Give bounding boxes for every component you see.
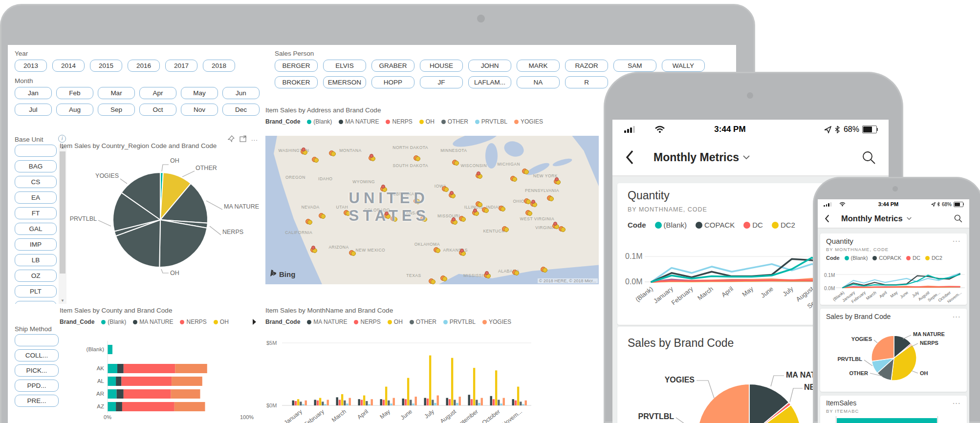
back-icon[interactable] — [625, 150, 634, 165]
slicer-option-laflam-[interactable]: LAFLAM... — [468, 76, 511, 88]
legend-label: DC — [752, 221, 763, 229]
legend-item-prvtlbl[interactable]: PRVTLBL — [475, 118, 507, 125]
slicer-option-bag[interactable]: BAG — [15, 160, 57, 172]
phone-quantity-line-chart[interactable]: 0.1M0.0M(Blank)JanuaryFebruaryMarchApril… — [823, 264, 965, 304]
slicer-option-jun[interactable]: Jun — [222, 87, 260, 99]
slicer-option-dec[interactable]: Dec — [222, 104, 260, 116]
slicer-option-gal[interactable]: GAL — [15, 223, 57, 235]
slicer-option-plt[interactable]: PLT — [15, 285, 57, 297]
legend-item--blank-[interactable]: (Blank) — [655, 221, 687, 229]
legend-item--blank-[interactable]: (Blank) — [101, 318, 126, 325]
focus-mode-icon[interactable] — [240, 135, 246, 142]
slicer-option-apr[interactable]: Apr — [139, 87, 176, 99]
phone-report-title[interactable]: Monthly Metrics — [841, 214, 912, 223]
slicer-option-2018[interactable]: 2018 — [203, 60, 235, 72]
slicer-option-oz[interactable]: OZ — [15, 270, 57, 282]
slicer-option-ppd-[interactable]: PPD... — [15, 380, 59, 392]
slicer-option-razor[interactable]: RAZOR — [565, 60, 608, 72]
legend-item-ma-nature[interactable]: MA NATURE — [133, 318, 173, 325]
legend-item-dc2[interactable]: DC2 — [925, 255, 942, 261]
slicer-option-graber[interactable]: GRABER — [371, 60, 414, 72]
slicer-option-lb[interactable]: LB — [15, 254, 57, 266]
legend-item-yogies[interactable]: YOGIES — [482, 318, 511, 325]
legend-item-ma-nature[interactable]: MA NATURE — [339, 118, 379, 125]
slicer-option-jan[interactable]: Jan — [15, 87, 52, 99]
slicer-option-elvis[interactable]: ELVIS — [323, 60, 366, 72]
phone-sales-card[interactable]: Sales by Brand Code ... MA NATURENERPSOH… — [820, 309, 967, 392]
slicer-option-house[interactable]: HOUSE — [420, 60, 463, 72]
slicer-option-jul[interactable]: Jul — [15, 104, 52, 116]
slicer-option-broker[interactable]: BROKER — [275, 76, 318, 88]
slicer-option-2013[interactable]: 2013 — [15, 60, 47, 72]
slicer-option-pre-[interactable]: PRE... — [15, 395, 59, 407]
legend-item-oh[interactable]: OH — [388, 318, 403, 325]
legend-item-other[interactable]: OTHER — [410, 318, 436, 325]
search-icon[interactable] — [954, 214, 962, 223]
slicer-option-may[interactable]: May — [181, 87, 218, 99]
slicer-option-ea[interactable]: EA — [15, 191, 57, 204]
legend-item-dc[interactable]: DC — [743, 221, 763, 229]
phone-brand-pie-chart[interactable]: MA NATURENERPSOHOTHERPRVTLBLYOGIES — [823, 322, 964, 391]
slicer-option-mar[interactable]: Mar — [98, 87, 135, 99]
tablet-report-title[interactable]: Monthly Metrics — [653, 151, 750, 164]
month-brand-column-chart[interactable]: $5M$0MJanuaryFebruaryMarchAprilMayJuneJu… — [265, 336, 537, 423]
legend-item-copack[interactable]: COPACK — [872, 255, 901, 261]
legend-item-other[interactable]: OTHER — [441, 118, 468, 125]
card-menu-icon[interactable]: ... — [953, 312, 961, 319]
legend-item-oh[interactable]: OH — [214, 318, 229, 325]
legend-item-oh[interactable]: OH — [419, 118, 435, 125]
slicer-option-sep[interactable]: Sep — [98, 104, 135, 116]
slicer-option-2017[interactable]: 2017 — [165, 60, 197, 72]
slicer-option-jf[interactable]: JF — [420, 76, 463, 88]
slicer-option-2016[interactable]: 2016 — [128, 60, 160, 72]
slicer-option-mark[interactable]: MARK — [517, 60, 560, 72]
slicer-option-aug[interactable]: Aug — [56, 104, 93, 116]
card-menu-icon[interactable]: ... — [953, 236, 961, 243]
legend-item-yogies[interactable]: YOGIES — [514, 118, 543, 125]
legend-item-prvtlbl[interactable]: PRVTLBL — [443, 318, 476, 325]
us-map[interactable]: WASHINGTONMONTANANORTH DAKOTAMINNESOTAWI… — [265, 136, 599, 284]
back-icon[interactable] — [825, 214, 829, 223]
slicer-option-cs[interactable]: CS — [15, 176, 57, 188]
legend-item-copack[interactable]: COPACK — [696, 221, 735, 229]
card-menu-icon[interactable]: ... — [953, 398, 961, 405]
slicer-option-r[interactable]: R — [565, 76, 608, 88]
legend-item--blank-[interactable]: (Blank) — [307, 118, 332, 125]
legend-item-nerps[interactable]: NERPS — [386, 118, 412, 125]
legend-item--blank-[interactable]: (Blank) — [845, 255, 868, 261]
slicer-option-emerson[interactable]: EMERSON — [323, 76, 366, 88]
slicer-option-berger[interactable]: BERGER — [275, 60, 318, 72]
slicer-option-blank[interactable] — [15, 145, 57, 157]
legend-item-nerps[interactable]: NERPS — [354, 318, 380, 325]
legend-item-dc2[interactable]: DC2 — [772, 221, 795, 229]
sales-person-slicer-row1: BERGERELVISGRABERHOUSEJOHNMARKRAZORSAMWA… — [275, 60, 705, 72]
county-brand-bar-chart[interactable]: (Blank)AKALARAZ0%100% — [56, 336, 261, 423]
info-icon[interactable]: i — [58, 135, 66, 143]
slicer-option-sam[interactable]: SAM — [613, 60, 656, 72]
slicer-option-ft[interactable]: FT — [15, 207, 57, 219]
slicer-option-nov[interactable]: Nov — [181, 104, 218, 116]
legend-item-nerps[interactable]: NERPS — [180, 318, 206, 325]
phone-quantity-card[interactable]: Quantity ... BY MONTHNAME, CODE Code(Bla… — [820, 233, 967, 305]
legend-scroll-arrow-icon[interactable] — [251, 318, 257, 325]
ellipsis-icon[interactable]: ... — [251, 135, 258, 142]
slicer-option-coll-[interactable]: COLL... — [15, 349, 59, 361]
slicer-option-blank[interactable] — [15, 301, 57, 304]
slicer-option-pick-[interactable]: PICK... — [15, 364, 59, 377]
pin-icon[interactable] — [228, 135, 235, 142]
slicer-option-imp[interactable]: IMP — [15, 238, 57, 251]
slicer-option-feb[interactable]: Feb — [56, 87, 93, 99]
slicer-option-hopp[interactable]: HOPP — [371, 76, 414, 88]
slicer-option-oct[interactable]: Oct — [139, 104, 176, 116]
phone-itemsales-card[interactable]: ItemSales ... BY ITEMABC — [820, 396, 967, 423]
slicer-option-2014[interactable]: 2014 — [52, 60, 85, 72]
country-brand-pie-chart[interactable]: OHOTHERMA NATURENERPSOHPRVTLBLYOGIES — [56, 154, 265, 303]
slicer-option-john[interactable]: JOHN — [468, 60, 511, 72]
legend-item-ma-nature[interactable]: MA NATURE — [307, 318, 347, 325]
slicer-option-wally[interactable]: WALLY — [662, 60, 705, 72]
slicer-option-blank[interactable] — [15, 334, 59, 346]
slicer-option-na[interactable]: NA — [517, 76, 560, 88]
search-icon[interactable] — [861, 150, 876, 165]
slicer-option-2015[interactable]: 2015 — [90, 60, 122, 72]
legend-item-dc[interactable]: DC — [906, 255, 920, 261]
